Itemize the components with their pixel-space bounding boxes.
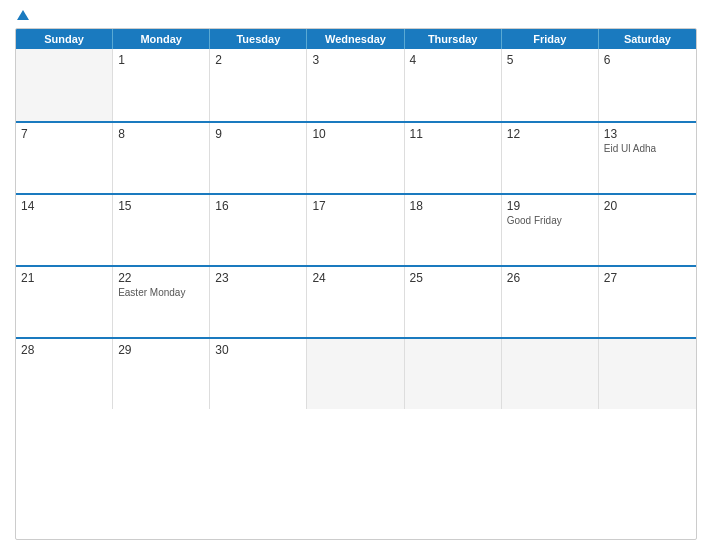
- day-number: 27: [604, 271, 691, 285]
- day-number: 30: [215, 343, 301, 357]
- day-number: 14: [21, 199, 107, 213]
- day-number: 28: [21, 343, 107, 357]
- page: SundayMondayTuesdayWednesdayThursdayFrid…: [0, 0, 712, 550]
- day-number: 24: [312, 271, 398, 285]
- day-number: 20: [604, 199, 691, 213]
- day-number: 18: [410, 199, 496, 213]
- header: [15, 10, 697, 20]
- day-number: 26: [507, 271, 593, 285]
- calendar-header-cell: Friday: [502, 29, 599, 49]
- calendar-cell: 22Easter Monday: [113, 267, 210, 337]
- calendar-cell: 6: [599, 49, 696, 121]
- day-number: 17: [312, 199, 398, 213]
- calendar-cell: 19Good Friday: [502, 195, 599, 265]
- day-number: 8: [118, 127, 204, 141]
- calendar-cell: 8: [113, 123, 210, 193]
- day-number: 23: [215, 271, 301, 285]
- calendar-header-cell: Sunday: [16, 29, 113, 49]
- calendar-cell: 16: [210, 195, 307, 265]
- day-number: 10: [312, 127, 398, 141]
- day-number: 1: [118, 53, 204, 67]
- day-number: 9: [215, 127, 301, 141]
- calendar-cell: 18: [405, 195, 502, 265]
- holiday-label: Easter Monday: [118, 287, 204, 299]
- calendar-cell: 25: [405, 267, 502, 337]
- calendar-week: 2122Easter Monday2324252627: [16, 265, 696, 337]
- calendar-header-cell: Thursday: [405, 29, 502, 49]
- calendar-cell: [16, 49, 113, 121]
- calendar-header-cell: Tuesday: [210, 29, 307, 49]
- calendar-cell: 20: [599, 195, 696, 265]
- calendar-cell: 29: [113, 339, 210, 409]
- calendar-header-cell: Saturday: [599, 29, 696, 49]
- calendar-cell: [307, 339, 404, 409]
- day-number: 12: [507, 127, 593, 141]
- calendar-cell: [502, 339, 599, 409]
- day-number: 11: [410, 127, 496, 141]
- day-number: 4: [410, 53, 496, 67]
- holiday-label: Eid Ul Adha: [604, 143, 691, 155]
- calendar-cell: 3: [307, 49, 404, 121]
- calendar-cell: 21: [16, 267, 113, 337]
- calendar-cell: 26: [502, 267, 599, 337]
- day-number: 21: [21, 271, 107, 285]
- calendar-cell: 7: [16, 123, 113, 193]
- calendar-cell: 13Eid Ul Adha: [599, 123, 696, 193]
- day-number: 19: [507, 199, 593, 213]
- calendar-cell: 15: [113, 195, 210, 265]
- calendar-cell: 17: [307, 195, 404, 265]
- calendar-cell: 11: [405, 123, 502, 193]
- calendar: SundayMondayTuesdayWednesdayThursdayFrid…: [15, 28, 697, 540]
- calendar-cell: 10: [307, 123, 404, 193]
- calendar-cell: 27: [599, 267, 696, 337]
- day-number: 6: [604, 53, 691, 67]
- calendar-cell: 23: [210, 267, 307, 337]
- day-number: 15: [118, 199, 204, 213]
- logo: [15, 10, 29, 20]
- day-number: 13: [604, 127, 691, 141]
- calendar-cell: [599, 339, 696, 409]
- day-number: 25: [410, 271, 496, 285]
- calendar-cell: 5: [502, 49, 599, 121]
- calendar-week: 141516171819Good Friday20: [16, 193, 696, 265]
- day-number: 29: [118, 343, 204, 357]
- calendar-cell: 14: [16, 195, 113, 265]
- holiday-label: Good Friday: [507, 215, 593, 227]
- calendar-cell: 24: [307, 267, 404, 337]
- day-number: 7: [21, 127, 107, 141]
- calendar-header-cell: Wednesday: [307, 29, 404, 49]
- calendar-header: SundayMondayTuesdayWednesdayThursdayFrid…: [16, 29, 696, 49]
- calendar-header-cell: Monday: [113, 29, 210, 49]
- day-number: 3: [312, 53, 398, 67]
- day-number: 16: [215, 199, 301, 213]
- calendar-cell: 9: [210, 123, 307, 193]
- calendar-cell: 1: [113, 49, 210, 121]
- calendar-cell: 2: [210, 49, 307, 121]
- calendar-cell: [405, 339, 502, 409]
- day-number: 5: [507, 53, 593, 67]
- day-number: 2: [215, 53, 301, 67]
- day-number: 22: [118, 271, 204, 285]
- calendar-week: 282930: [16, 337, 696, 409]
- calendar-week: 123456: [16, 49, 696, 121]
- calendar-cell: 28: [16, 339, 113, 409]
- calendar-cell: 30: [210, 339, 307, 409]
- logo-triangle-icon: [17, 10, 29, 20]
- calendar-body: 12345678910111213Eid Ul Adha141516171819…: [16, 49, 696, 409]
- calendar-cell: 4: [405, 49, 502, 121]
- calendar-week: 78910111213Eid Ul Adha: [16, 121, 696, 193]
- calendar-cell: 12: [502, 123, 599, 193]
